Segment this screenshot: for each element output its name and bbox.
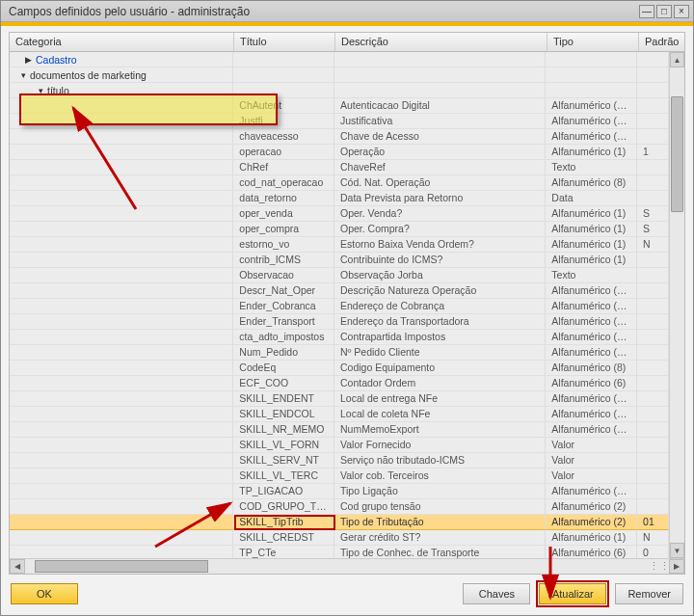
cell-categoria <box>10 345 233 361</box>
cell-tipo: Texto <box>546 268 637 283</box>
table-row[interactable]: SKILL_TipTribTipo de TributaçãoAlfanumér… <box>10 515 669 530</box>
tree-row-cadastro[interactable]: ▶Cadastro <box>10 52 669 67</box>
cell-descricao: Justificativa <box>334 114 546 129</box>
cell-padrao <box>637 330 669 345</box>
table-row[interactable]: SKILL_ENDCOLLocal de coleta NFeAlfanumér… <box>10 407 669 422</box>
scroll-right-icon[interactable]: ▶ <box>669 559 684 574</box>
titlebar[interactable]: Campos definidos pelo usuário - administ… <box>1 1 693 22</box>
collapse-icon: ▾ <box>39 86 43 95</box>
table-row[interactable]: JustfiJustificativaAlfanumérico (254) <box>10 114 669 129</box>
cell-padrao <box>637 160 669 175</box>
cell-descricao: ChaveRef <box>334 160 546 175</box>
remover-button[interactable]: Remover <box>615 583 683 604</box>
cell-padrao <box>637 345 669 361</box>
cell-tipo: Alfanumérico (2) <box>546 515 637 530</box>
vertical-scrollbar[interactable]: ▲ ▼ <box>669 52 684 558</box>
scroll-thumb[interactable] <box>35 560 208 573</box>
cell-titulo: SKILL_SERV_NT <box>233 453 334 469</box>
table-row[interactable]: SKILL_CREDSTGerar crédito ST?Alfanuméric… <box>10 530 669 546</box>
table-row[interactable]: SKILL_SERV_NTServiço não tributado-ICMSV… <box>10 453 669 469</box>
body: Categoria Título Descrição Tipo Padrão ▶… <box>1 26 693 615</box>
tree-label: documentos de marketing <box>30 69 147 81</box>
cell-tipo: Alfanumérico (1) <box>546 145 637 160</box>
table-row[interactable]: contrib_ICMSContribuinte do ICMS?Alfanum… <box>10 253 669 268</box>
cell-categoria <box>10 330 233 345</box>
table-row[interactable]: SKILL_NR_MEMONumMemoExportAlfanumérico (… <box>10 422 669 438</box>
table-row[interactable]: COD_GRUPO_TENSAOCod grupo tensãoAlfanumé… <box>10 499 669 515</box>
table-row[interactable]: SKILL_VL_FORNValor FornecidoValor <box>10 438 669 453</box>
cell-categoria <box>10 268 233 283</box>
table-row[interactable]: Ender_TransportEndereço da Transportador… <box>10 314 669 330</box>
cell-titulo: ChRef <box>233 160 334 175</box>
rows: ▶Cadastro ▾documentos de marketing ▾títu… <box>10 52 669 558</box>
cell-descricao: Contador Ordem <box>334 376 546 391</box>
chaves-button[interactable]: Chaves <box>463 583 530 604</box>
horizontal-scrollbar[interactable]: ◀ ⋮⋮ ▶ <box>10 558 684 574</box>
table-row[interactable]: Ender_CobrancaEndereço de CobrançaAlfanu… <box>10 299 669 314</box>
cell-padrao <box>637 129 669 145</box>
scroll-track[interactable] <box>25 559 650 574</box>
table-row[interactable]: oper_vendaOper. Venda?Alfanumérico (1)S <box>10 206 669 222</box>
table-row[interactable]: CodeEqCodigo EquipamentoAlfanumérico (8) <box>10 361 669 376</box>
cell-categoria <box>10 114 233 129</box>
table-row[interactable]: ECF_COOContador OrdemAlfanumérico (6) <box>10 376 669 391</box>
table-row[interactable]: ChAutentAutenticacao DigitalAlfanumérico… <box>10 98 669 114</box>
cell-titulo: operacao <box>233 145 334 160</box>
cell-padrao <box>637 361 669 376</box>
table-row[interactable]: cod_nat_operacaoCód. Nat. OperaçãoAlfanu… <box>10 175 669 191</box>
scroll-left-icon[interactable]: ◀ <box>10 559 25 574</box>
cell-padrao: 1 <box>637 145 669 160</box>
cell-padrao <box>637 438 669 453</box>
cell-tipo: Alfanumérico (1) <box>546 253 637 268</box>
cell-descricao: Autenticacao Digital <box>334 98 546 114</box>
cell-categoria <box>10 253 233 268</box>
cell-titulo: ChAutent <box>233 98 334 114</box>
col-categoria[interactable]: Categoria <box>10 33 234 51</box>
maximize-icon[interactable]: □ <box>656 5 672 18</box>
table-row[interactable]: SKILL_ENDENTLocal de entrega NFeAlfanumé… <box>10 391 669 407</box>
scroll-thumb[interactable] <box>671 96 683 212</box>
table-row[interactable]: operacaoOperaçãoAlfanumérico (1)1 <box>10 145 669 160</box>
cell-descricao: Valor Fornecido <box>334 438 546 453</box>
cell-tipo: Alfanumérico (100) <box>546 299 637 314</box>
atualizar-button[interactable]: Atualizar <box>539 583 606 604</box>
col-tipo[interactable]: Tipo <box>547 33 639 51</box>
cell-padrao <box>637 175 669 191</box>
close-icon[interactable]: × <box>674 5 689 18</box>
table-row[interactable]: SKILL_VL_TERCValor cob. TerceirosValor <box>10 469 669 484</box>
cell-padrao <box>637 114 669 129</box>
table-row[interactable]: TP_CTeTipo de Conhec. de TransporteAlfan… <box>10 546 669 558</box>
highlight-atualizar: Atualizar <box>536 580 609 607</box>
col-descricao[interactable]: Descrição <box>335 33 547 51</box>
table-row[interactable]: data_retornoData Prevista para RetornoDa… <box>10 191 669 206</box>
cell-descricao: Data Prevista para Retorno <box>334 191 546 206</box>
table-row[interactable]: cta_adto_impostosContrapartida ImpostosA… <box>10 330 669 345</box>
cell-titulo: SKILL_CREDST <box>233 530 334 546</box>
minimize-icon[interactable]: — <box>639 5 654 18</box>
cell-categoria <box>10 175 233 191</box>
col-padrao[interactable]: Padrão <box>639 33 671 51</box>
cell-categoria <box>10 391 233 407</box>
table-row[interactable]: ObservacaoObservação JorbaTexto <box>10 268 669 283</box>
cell-padrao <box>637 191 669 206</box>
cell-titulo: oper_compra <box>233 222 334 237</box>
cell-titulo: CodeEq <box>233 361 334 376</box>
scroll-up-icon[interactable]: ▲ <box>670 52 684 67</box>
cell-tipo: Alfanumérico (8) <box>546 175 637 191</box>
table-row[interactable]: TP_LIGACAOTipo LigaçãoAlfanumérico (10) <box>10 484 669 499</box>
cell-padrao <box>637 283 669 299</box>
table-row[interactable]: oper_compraOper. Compra?Alfanumérico (1)… <box>10 222 669 237</box>
table-row[interactable]: ChRefChaveRefTexto <box>10 160 669 175</box>
ok-button[interactable]: OK <box>11 583 78 604</box>
cell-categoria <box>10 376 233 391</box>
cell-titulo: Descr_Nat_Oper <box>233 283 334 299</box>
table-row[interactable]: chaveacessoChave de AcessoAlfanumérico (… <box>10 129 669 145</box>
col-titulo[interactable]: Título <box>234 33 335 51</box>
table-row[interactable]: Num_PedidoNº Pedido ClienteAlfanumérico … <box>10 345 669 361</box>
tree-row-titulo[interactable]: ▾título <box>10 83 669 98</box>
table-row[interactable]: estorno_voEstorno Baixa Venda Ordem?Alfa… <box>10 237 669 253</box>
tree-row-documentos[interactable]: ▾documentos de marketing <box>10 67 669 83</box>
table-row[interactable]: Descr_Nat_OperDescrição Natureza Operaçã… <box>10 283 669 299</box>
scroll-track[interactable] <box>670 67 684 543</box>
scroll-down-icon[interactable]: ▼ <box>670 543 684 558</box>
